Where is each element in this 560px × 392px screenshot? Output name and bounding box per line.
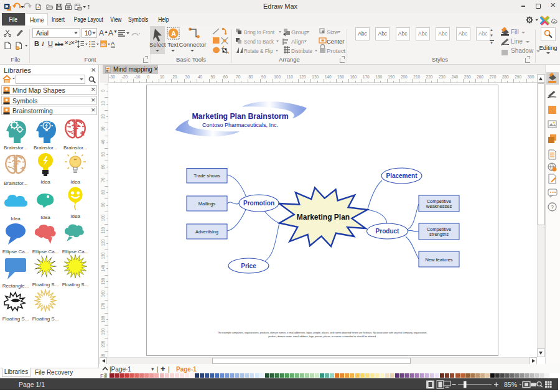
svg-text:A: A [171, 30, 176, 37]
svg-text:Price: Price [241, 263, 256, 269]
svg-text:Placement: Placement [386, 172, 418, 179]
svg-text:Contoso Pharmaceuticals, Inc.: Contoso Pharmaceuticals, Inc. [202, 122, 278, 128]
svg-text:The example companies, organiz: The example companies, organizations, pr… [218, 332, 427, 334]
svg-text:Marketing Plan Brainstorm: Marketing Plan Brainstorm [192, 112, 288, 121]
svg-text:85%: 85% [504, 381, 517, 388]
svg-text:Product: Product [376, 228, 399, 235]
svg-text:?: ? [551, 204, 554, 210]
svg-text:ab: ab [101, 42, 106, 47]
svg-text:Advertising: Advertising [195, 229, 218, 235]
svg-text:Mailings: Mailings [198, 201, 216, 207]
svg-text:Marketing Plan: Marketing Plan [297, 213, 350, 222]
svg-text:A: A [111, 40, 115, 47]
svg-text:weaknesses: weaknesses [426, 203, 452, 209]
svg-text:strengths: strengths [429, 231, 449, 237]
svg-text:New features: New features [425, 257, 452, 263]
svg-text:+: + [37, 5, 40, 9]
svg-text:Promotion: Promotion [243, 200, 274, 207]
svg-text:product, domain name, email ad: product, domain name, email address, log… [268, 335, 376, 338]
svg-text:E: E [5, 4, 9, 9]
svg-text:Trade shows: Trade shows [194, 173, 220, 179]
